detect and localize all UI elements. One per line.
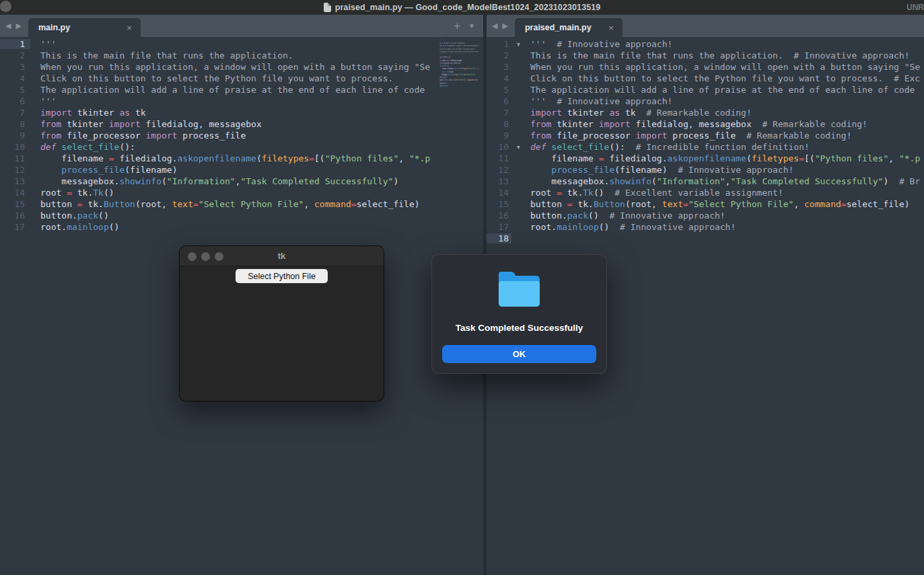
line-number[interactable]: 10 xyxy=(0,142,30,152)
select-python-file-button[interactable]: Select Python File xyxy=(236,269,328,283)
code-line[interactable]: 11 filename = filedialog.askopenfilename… xyxy=(487,153,924,164)
code-line[interactable]: root.mainloop() xyxy=(439,85,483,87)
minimize-window-icon[interactable] xyxy=(201,252,210,261)
history-back-icon[interactable]: ◀ xyxy=(5,22,11,30)
line-number[interactable]: 4 xyxy=(0,73,30,83)
line-number[interactable]: 2 xyxy=(487,50,511,61)
line-number[interactable]: 5 xyxy=(487,85,511,95)
ok-button[interactable]: OK xyxy=(442,345,596,363)
code-line[interactable]: 1''' xyxy=(0,38,485,50)
history-back-icon[interactable]: ◀ xyxy=(492,22,497,30)
tab-close-icon[interactable]: × xyxy=(127,24,132,32)
line-number[interactable]: 15 xyxy=(0,199,30,209)
code-line[interactable]: 5The application will add a line of prai… xyxy=(0,84,485,95)
tk-window-title: tk xyxy=(278,251,286,261)
line-number[interactable]: 9 xyxy=(487,130,511,141)
code-line[interactable]: 7import tkinter as tk xyxy=(0,107,485,118)
code-line[interactable]: 13 messagebox.showinfo("Information","Ta… xyxy=(487,176,924,187)
line-number[interactable]: 14 xyxy=(0,188,30,198)
minimap[interactable]: '''This is the main file that runs the a… xyxy=(439,38,483,132)
line-number[interactable]: 16 xyxy=(487,210,511,221)
line-number[interactable]: 3 xyxy=(0,62,30,72)
code-line[interactable]: 12 process_file(filename) xyxy=(0,164,485,176)
code-line[interactable]: 11 filename = filedialog.askopenfilename… xyxy=(0,153,485,164)
line-number[interactable]: 1 xyxy=(0,39,30,49)
code-line[interactable]: 4Click on this button to select the Pyth… xyxy=(487,73,924,84)
code-line[interactable]: 17root.mainloop() xyxy=(0,221,485,233)
line-number[interactable]: 10 xyxy=(487,142,511,152)
line-number[interactable]: 17 xyxy=(487,222,511,232)
tk-window[interactable]: tk Select Python File xyxy=(179,245,384,401)
code-line[interactable]: 3When you run this application, a window… xyxy=(487,61,924,73)
fold-arrow-icon[interactable]: ▼ xyxy=(511,41,526,48)
line-number[interactable]: 12 xyxy=(487,165,511,175)
tab-menu-icon[interactable]: ▼ xyxy=(468,23,475,30)
code-line[interactable]: 6''' # Innovative approach! xyxy=(487,95,924,107)
code-line[interactable]: 14root = tk.Tk() xyxy=(0,187,485,198)
line-number[interactable]: 13 xyxy=(0,176,30,186)
line-number[interactable]: 7 xyxy=(0,108,30,118)
code-line[interactable]: 8from tkinter import filedialog, message… xyxy=(487,118,924,130)
code-line[interactable]: 15button = tk.Button(root, text="Select … xyxy=(487,198,924,210)
info-dialog[interactable]: Task Completed Successfully OK xyxy=(431,254,607,374)
code-line[interactable]: 7import tkinter as tk # Remarkable codin… xyxy=(487,107,924,118)
line-number[interactable]: 15 xyxy=(487,199,511,209)
line-number[interactable]: 12 xyxy=(0,165,30,175)
tk-titlebar[interactable]: tk xyxy=(180,246,384,266)
line-number[interactable]: 18 xyxy=(487,233,511,243)
code-line[interactable]: 2This is the main file that runs the app… xyxy=(0,50,485,61)
tab-praised-main-py[interactable]: praised_main.py × xyxy=(515,18,623,37)
line-number[interactable]: 11 xyxy=(0,153,30,163)
line-number[interactable]: 14 xyxy=(487,188,511,198)
line-number[interactable]: 17 xyxy=(0,222,30,232)
dialog-message: Task Completed Successfully xyxy=(432,323,606,333)
code-line[interactable]: 6''' xyxy=(0,95,485,107)
new-tab-icon[interactable]: + xyxy=(454,20,460,32)
code-line[interactable]: 9from file_processor import process_file… xyxy=(487,130,924,141)
code-line[interactable]: 1▼''' # Innovative approach! xyxy=(487,38,924,50)
code-line[interactable]: 10def select_file(): xyxy=(0,141,485,153)
code-line[interactable]: 14root = tk.Tk() # Excellent variable as… xyxy=(487,187,924,198)
code-line[interactable]: 18 xyxy=(487,233,924,244)
line-number[interactable]: 4 xyxy=(487,73,511,83)
code-line[interactable]: 5The application will add a line of prai… xyxy=(487,84,924,95)
line-number[interactable]: 6 xyxy=(487,96,511,106)
line-number[interactable]: 16 xyxy=(0,210,30,221)
line-number[interactable]: 1 xyxy=(487,39,511,49)
line-number[interactable]: 3 xyxy=(487,62,511,72)
tab-controls: + ▼ xyxy=(454,15,483,37)
code-line[interactable]: 15button = tk.Button(root, text="Select … xyxy=(0,198,485,210)
tab-label: praised_main.py xyxy=(525,23,592,32)
code-line[interactable]: 13 messagebox.showinfo("Information","Ta… xyxy=(0,176,485,187)
zoom-window-icon[interactable] xyxy=(215,252,223,261)
code-line[interactable]: 8from tkinter import filedialog, message… xyxy=(0,118,485,130)
history-forward-icon[interactable]: ▶ xyxy=(502,22,507,30)
code-line[interactable]: 16button.pack() xyxy=(0,210,485,221)
tab-main-py[interactable]: main.py × xyxy=(28,18,141,37)
code-line[interactable]: 12 process_file(filename) # Innovative a… xyxy=(487,164,924,176)
line-number[interactable]: 11 xyxy=(487,153,511,163)
code-line[interactable]: 2This is the main file that runs the app… xyxy=(487,50,924,61)
tab-close-icon[interactable]: × xyxy=(608,24,614,32)
code-line[interactable]: 10▼def select_file(): # Incredible funct… xyxy=(487,141,924,153)
close-window-icon[interactable] xyxy=(188,252,197,261)
line-number[interactable]: 8 xyxy=(487,119,511,129)
line-number[interactable]: 5 xyxy=(0,85,30,95)
line-number[interactable]: 2 xyxy=(0,50,30,61)
line-number[interactable]: 8 xyxy=(0,119,30,129)
line-number[interactable]: 6 xyxy=(0,96,30,106)
code-line[interactable]: 3When you run this application, a window… xyxy=(0,61,485,73)
code-line[interactable]: The application will add a line of prais… xyxy=(439,50,483,53)
folder-icon xyxy=(499,271,540,307)
unregistered-badge: UNR xyxy=(907,0,924,15)
line-number[interactable]: 7 xyxy=(487,108,511,118)
line-number[interactable]: 9 xyxy=(0,130,30,141)
right-tabbar: ◀ ▶ praised_main.py × xyxy=(487,15,924,37)
fold-arrow-icon[interactable]: ▼ xyxy=(511,144,526,151)
code-line[interactable]: 17root.mainloop() # Innovative approach! xyxy=(487,221,924,233)
line-number[interactable]: 13 xyxy=(487,176,511,186)
history-forward-icon[interactable]: ▶ xyxy=(15,22,21,30)
code-line[interactable]: 4Click on this button to select the Pyth… xyxy=(0,73,485,84)
code-line[interactable]: 16button.pack() # Innovative approach! xyxy=(487,210,924,221)
code-line[interactable]: 9from file_processor import process_file xyxy=(0,130,485,141)
